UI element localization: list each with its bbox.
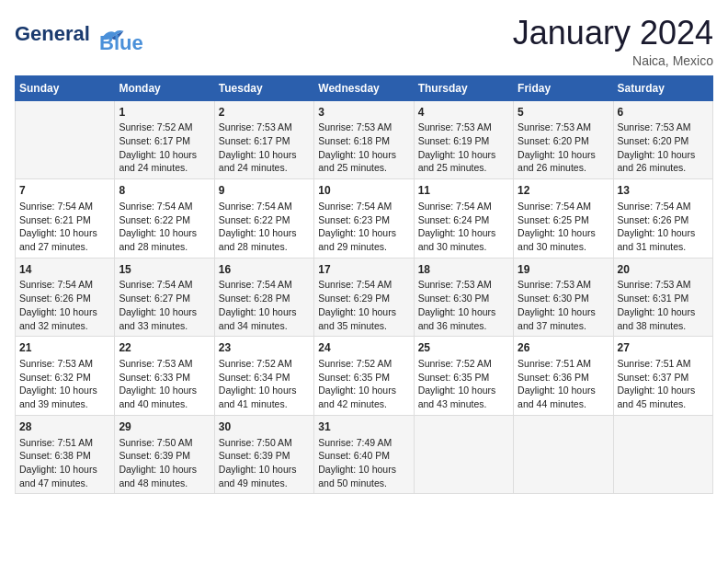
cell-text: and 49 minutes. — [219, 477, 310, 490]
cell-text: Sunset: 6:22 PM — [219, 213, 310, 227]
cell-text: Sunset: 6:17 PM — [119, 134, 210, 148]
calendar-cell: 16Sunrise: 7:54 AMSunset: 6:28 PMDayligh… — [214, 258, 313, 337]
cell-text: Sunset: 6:17 PM — [219, 134, 310, 148]
cell-text: and 47 minutes. — [19, 477, 110, 490]
day-number: 28 — [19, 419, 110, 435]
cell-text: and 25 minutes. — [418, 161, 509, 175]
day-number: 26 — [518, 340, 609, 356]
calendar-cell: 17Sunrise: 7:54 AMSunset: 6:29 PMDayligh… — [314, 258, 414, 337]
cell-text: Daylight: 10 hours — [19, 463, 110, 477]
cell-text: Sunrise: 7:54 AM — [119, 200, 210, 213]
location: Naica, Mexico — [513, 53, 713, 68]
cell-text: and 32 minutes. — [19, 319, 110, 333]
cell-text: Sunrise: 7:51 AM — [618, 357, 709, 371]
cell-text: Sunset: 6:40 PM — [318, 449, 409, 463]
cell-text: Sunrise: 7:54 AM — [618, 200, 709, 213]
cell-text: Daylight: 10 hours — [418, 148, 509, 162]
cell-text: Sunrise: 7:53 AM — [219, 121, 310, 134]
cell-text: and 44 minutes. — [518, 397, 609, 411]
cell-text: and 26 minutes. — [618, 161, 709, 175]
calendar-cell: 4Sunrise: 7:53 AMSunset: 6:19 PMDaylight… — [414, 100, 513, 179]
cell-text: and 35 minutes. — [318, 319, 409, 333]
header: General Blue January 2024 Naica, Mexico — [15, 15, 713, 68]
day-number: 30 — [219, 419, 310, 435]
cell-text: Daylight: 10 hours — [518, 384, 609, 397]
page-container: General Blue January 2024 Naica, Mexico … — [0, 0, 728, 503]
cell-text: Sunrise: 7:54 AM — [219, 200, 310, 213]
day-number: 13 — [618, 183, 709, 199]
cell-text: Daylight: 10 hours — [518, 226, 609, 240]
calendar-cell: 18Sunrise: 7:53 AMSunset: 6:30 PMDayligh… — [414, 258, 513, 337]
cell-text: Sunrise: 7:54 AM — [119, 278, 210, 292]
cell-text: Sunset: 6:24 PM — [418, 213, 509, 227]
calendar-week-4: 21Sunrise: 7:53 AMSunset: 6:32 PMDayligh… — [16, 337, 713, 416]
calendar-cell: 27Sunrise: 7:51 AMSunset: 6:37 PMDayligh… — [613, 337, 712, 416]
day-number: 24 — [318, 340, 409, 356]
cell-text: and 24 minutes. — [219, 161, 310, 175]
calendar-cell: 25Sunrise: 7:52 AMSunset: 6:35 PMDayligh… — [414, 337, 513, 416]
cell-text: and 39 minutes. — [19, 397, 110, 411]
calendar-cell: 22Sunrise: 7:53 AMSunset: 6:33 PMDayligh… — [115, 337, 214, 416]
cell-text: Daylight: 10 hours — [19, 305, 110, 319]
col-saturday: Saturday — [613, 75, 712, 100]
cell-text: and 33 minutes. — [119, 319, 210, 333]
cell-text: and 24 minutes. — [119, 161, 210, 175]
cell-text: Daylight: 10 hours — [119, 463, 210, 477]
day-number: 5 — [518, 105, 609, 121]
cell-text: Daylight: 10 hours — [418, 384, 509, 397]
calendar-week-5: 28Sunrise: 7:51 AMSunset: 6:38 PMDayligh… — [16, 415, 713, 494]
col-tuesday: Tuesday — [214, 75, 313, 100]
cell-text: and 45 minutes. — [618, 397, 709, 411]
cell-text: Sunset: 6:23 PM — [318, 213, 409, 227]
day-number: 17 — [318, 262, 409, 278]
day-number: 4 — [418, 105, 509, 121]
calendar-cell: 15Sunrise: 7:54 AMSunset: 6:27 PMDayligh… — [115, 258, 214, 337]
cell-text: Daylight: 10 hours — [119, 305, 210, 319]
cell-text: Sunrise: 7:52 AM — [418, 357, 509, 371]
cell-text: and 30 minutes. — [418, 240, 509, 254]
cell-text: Sunrise: 7:49 AM — [318, 436, 409, 450]
cell-text: and 48 minutes. — [119, 477, 210, 490]
cell-text: Sunset: 6:22 PM — [119, 213, 210, 227]
day-number: 22 — [119, 340, 210, 356]
calendar-header-row: Sunday Monday Tuesday Wednesday Thursday… — [16, 75, 713, 100]
cell-text: Sunrise: 7:53 AM — [318, 121, 409, 134]
calendar-week-3: 14Sunrise: 7:54 AMSunset: 6:26 PMDayligh… — [16, 258, 713, 337]
day-number: 16 — [219, 262, 310, 278]
calendar-cell — [514, 415, 613, 494]
cell-text: Daylight: 10 hours — [618, 148, 709, 162]
cell-text: Daylight: 10 hours — [518, 305, 609, 319]
cell-text: Daylight: 10 hours — [418, 226, 509, 240]
cell-text: Sunset: 6:25 PM — [518, 213, 609, 227]
cell-text: Daylight: 10 hours — [318, 384, 409, 397]
calendar-cell — [613, 415, 712, 494]
cell-text: Daylight: 10 hours — [219, 148, 310, 162]
day-number: 23 — [219, 340, 310, 356]
cell-text: Sunrise: 7:52 AM — [219, 357, 310, 371]
calendar-cell: 9Sunrise: 7:54 AMSunset: 6:22 PMDaylight… — [214, 179, 313, 259]
day-number: 25 — [418, 340, 509, 356]
cell-text: Daylight: 10 hours — [618, 305, 709, 319]
cell-text: Sunset: 6:31 PM — [618, 292, 709, 305]
cell-text: Daylight: 10 hours — [119, 148, 210, 162]
day-number: 12 — [518, 183, 609, 199]
cell-text: and 37 minutes. — [518, 319, 609, 333]
cell-text: Sunset: 6:19 PM — [418, 134, 509, 148]
cell-text: Daylight: 10 hours — [219, 463, 310, 477]
cell-text: Sunset: 6:37 PM — [618, 371, 709, 385]
cell-text: Sunrise: 7:54 AM — [318, 200, 409, 213]
calendar-cell: 23Sunrise: 7:52 AMSunset: 6:34 PMDayligh… — [214, 337, 313, 416]
cell-text: Sunset: 6:38 PM — [19, 449, 110, 463]
cell-text: Sunset: 6:30 PM — [518, 292, 609, 305]
cell-text: and 34 minutes. — [219, 319, 310, 333]
cell-text: Sunset: 6:29 PM — [318, 292, 409, 305]
calendar-cell: 5Sunrise: 7:53 AMSunset: 6:20 PMDaylight… — [514, 100, 613, 179]
col-friday: Friday — [514, 75, 613, 100]
cell-text: Sunset: 6:39 PM — [219, 449, 310, 463]
cell-text: and 28 minutes. — [119, 240, 210, 254]
day-number: 8 — [119, 183, 210, 199]
day-number: 27 — [618, 340, 709, 356]
cell-text: Sunrise: 7:54 AM — [19, 278, 110, 292]
calendar-cell: 7Sunrise: 7:54 AMSunset: 6:21 PMDaylight… — [16, 179, 115, 259]
day-number: 14 — [19, 262, 110, 278]
